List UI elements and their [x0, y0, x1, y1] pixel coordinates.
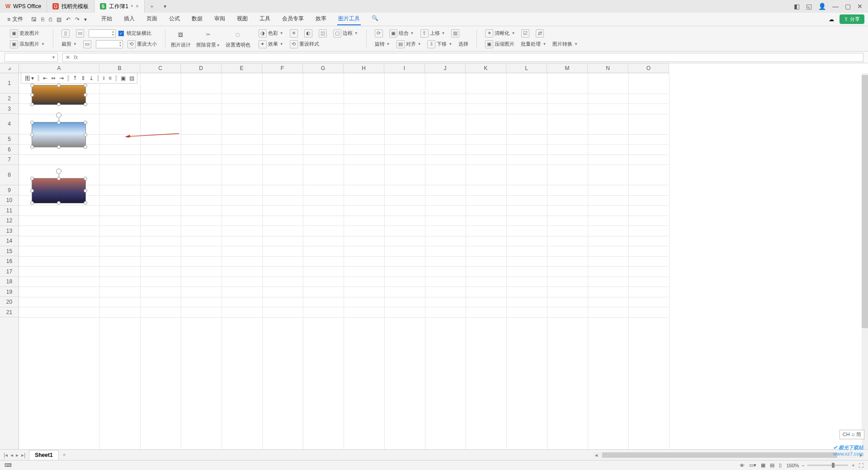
view-pagebreak-icon[interactable]: ▤	[770, 462, 774, 468]
tool-align-bottom-icon[interactable]: ⤓	[88, 75, 94, 81]
height-input[interactable]: ▲▼	[96, 40, 123, 48]
effect-button[interactable]: ✦效果▼	[257, 39, 285, 49]
row-header-12[interactable]: 12	[0, 216, 19, 226]
selected-image-2[interactable]	[32, 122, 86, 147]
resize-handle[interactable]	[30, 103, 34, 106]
selected-image-3[interactable]	[32, 178, 86, 203]
col-header-F[interactable]: F	[262, 63, 303, 73]
crop-height-icon[interactable]: ▯	[60, 28, 71, 38]
view-normal-icon[interactable]: ▦	[761, 462, 765, 468]
scroll-left-icon[interactable]: ◂	[595, 452, 598, 458]
tool-align-middle-icon[interactable]: ⇕	[80, 75, 86, 81]
close-window-button[interactable]: ✕	[857, 3, 863, 10]
tab-review[interactable]: 审阅	[213, 13, 226, 25]
lock-ratio-checkbox[interactable]: ✓	[118, 31, 124, 36]
eye-icon[interactable]: 👁	[740, 463, 745, 468]
resize-handle[interactable]	[30, 201, 34, 205]
row-header-9[interactable]: 9	[0, 185, 19, 196]
move-down-button[interactable]: ⇩下移▼	[425, 39, 454, 49]
set-transparent-button[interactable]: ◌设置透明色	[224, 28, 252, 49]
file-menu-button[interactable]: ≡ 文件	[4, 15, 27, 23]
img-convert-button[interactable]: 图片转换▼	[551, 40, 580, 48]
zoom-knob[interactable]	[832, 463, 835, 468]
resize-handle[interactable]	[30, 189, 34, 193]
brightness-icon[interactable]: ☀	[288, 28, 300, 38]
rotate-handle[interactable]	[56, 113, 61, 118]
rotate-label-button[interactable]: 旋转▼	[373, 40, 392, 48]
resize-handle[interactable]	[84, 93, 87, 97]
cloud-icon[interactable]: ☁	[829, 16, 834, 23]
row-header-7[interactable]: 7	[0, 155, 19, 165]
zoom-value[interactable]: 160%	[786, 463, 799, 468]
resize-handle[interactable]	[30, 93, 34, 97]
window-cube-icon[interactable]: ◱	[806, 3, 812, 10]
window-multi-icon[interactable]: ◧	[794, 3, 800, 10]
resize-handle[interactable]	[30, 84, 34, 87]
col-header-N[interactable]: N	[588, 63, 628, 73]
chevron-down-icon[interactable]: ▼	[52, 55, 56, 60]
ime-badge[interactable]: CH ♫ 简	[840, 430, 864, 439]
col-header-B[interactable]: B	[99, 63, 140, 73]
col-header-H[interactable]: H	[344, 63, 384, 73]
resize-handle[interactable]	[84, 189, 87, 193]
tool-align-center-icon[interactable]: ⇔	[50, 75, 57, 81]
tab-start[interactable]: 开始	[100, 13, 113, 25]
crop-shape-icon[interactable]: ▭	[81, 39, 93, 49]
resize-handle[interactable]	[57, 103, 61, 106]
border-button[interactable]: ▢边框▼	[331, 28, 360, 38]
col-header-G[interactable]: G	[303, 63, 344, 73]
app-tab-template[interactable]: D 找稻壳模板	[47, 0, 94, 13]
qat-dropdown-icon[interactable]: ▾	[84, 16, 87, 23]
col-header-J[interactable]: J	[425, 63, 466, 73]
resize-handle[interactable]	[57, 201, 61, 205]
close-tab-icon[interactable]: ×	[136, 3, 139, 9]
rotate-handle[interactable]	[56, 169, 61, 174]
change-image-button[interactable]: ▣更改图片	[8, 28, 47, 38]
nav-first-icon[interactable]: |◂	[4, 452, 8, 458]
compress-button[interactable]: ▣压缩图片	[483, 39, 516, 49]
row-header-17[interactable]: 17	[0, 267, 19, 277]
resize-handle[interactable]	[57, 84, 61, 87]
resize-handle[interactable]	[84, 201, 87, 205]
app-tab-document[interactable]: S 工作簿1 • ×	[94, 0, 145, 13]
vertical-scrollbar[interactable]	[862, 73, 868, 449]
tab-view[interactable]: 视图	[236, 13, 249, 25]
zoom-slider[interactable]	[807, 465, 848, 466]
reset-size-button[interactable]: ⟲重设大小	[126, 39, 159, 49]
row-header-18[interactable]: 18	[0, 277, 19, 287]
zoom-out-button[interactable]: −	[802, 463, 805, 468]
print-icon[interactable]: ⎙	[49, 16, 52, 23]
check-icon-button[interactable]: ☑	[519, 28, 531, 38]
book-icon[interactable]: ▭▾	[749, 462, 756, 468]
group-button[interactable]: ▣组合▼	[387, 28, 416, 38]
resize-handle[interactable]	[30, 121, 34, 124]
new-tab-button[interactable]: ＋	[145, 3, 159, 10]
col-header-C[interactable]: C	[140, 63, 181, 73]
col-header-O[interactable]: O	[628, 63, 669, 73]
row-header-20[interactable]: 20	[0, 297, 19, 307]
row-header-6[interactable]: 6	[0, 145, 19, 155]
resize-handle[interactable]	[84, 145, 87, 149]
add-sheet-button[interactable]: ＋	[61, 451, 67, 459]
resize-handle[interactable]	[84, 84, 87, 87]
crop-button[interactable]: 裁剪▼	[60, 40, 79, 48]
nav-prev-icon[interactable]: ◂	[10, 452, 13, 458]
select-button[interactable]: 选择	[457, 40, 470, 48]
row-header-10[interactable]: 10	[0, 195, 19, 206]
col-header-K[interactable]: K	[466, 63, 506, 73]
tool-group-icon[interactable]: ▣	[120, 75, 127, 81]
add-image-button[interactable]: ▣添加图片▼	[8, 39, 47, 49]
tool-layout-icon[interactable]: 图▾	[23, 75, 35, 82]
cancel-icon[interactable]: ✕	[66, 54, 70, 61]
user-avatar-icon[interactable]: 👤	[818, 3, 826, 10]
tab-tools[interactable]: 工具	[259, 13, 271, 25]
remove-bg-button[interactable]: ✂抠除背景▼	[194, 28, 222, 49]
col-header-L[interactable]: L	[506, 63, 547, 73]
move-up-button[interactable]: ⇧上移▼	[419, 28, 447, 38]
row-header-5[interactable]: 5	[0, 134, 19, 145]
resize-handle[interactable]	[30, 177, 34, 180]
resize-handle[interactable]	[84, 103, 87, 106]
export-icon[interactable]: ⎘	[41, 16, 44, 23]
tool-ungroup-icon[interactable]: ▤	[128, 75, 135, 81]
resize-handle[interactable]	[84, 177, 87, 180]
